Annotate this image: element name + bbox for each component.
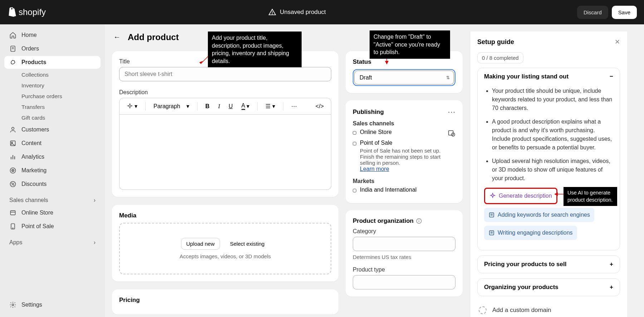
media-title: Media — [119, 212, 331, 219]
svg-point-21 — [13, 228, 13, 229]
italic-button[interactable]: I — [215, 102, 223, 111]
svg-point-1 — [272, 14, 273, 14]
pos-help: Point of Sale has not been set up. Finis… — [360, 148, 455, 166]
nav-analytics[interactable]: Analytics — [4, 150, 101, 163]
market-india-intl: India and International — [360, 187, 416, 193]
step-circle-icon — [479, 306, 487, 314]
back-arrow[interactable]: ← — [112, 32, 122, 43]
nav-customers[interactable]: Customers — [4, 123, 101, 136]
channel-point-of-sale: Point of Sale — [360, 140, 455, 146]
close-icon[interactable]: ✕ — [615, 38, 620, 46]
nav-home[interactable]: Home — [4, 29, 101, 42]
status-select[interactable]: Draft — [354, 71, 454, 85]
nav-transfers[interactable]: Transfers — [4, 102, 101, 112]
nav-online-store[interactable]: Online Store — [4, 206, 101, 219]
code-view-button[interactable]: </> — [313, 102, 327, 111]
product-type-input[interactable] — [353, 275, 455, 289]
svg-marker-33 — [554, 192, 558, 196]
status-title: Status — [353, 58, 455, 66]
svg-marker-26 — [385, 61, 389, 64]
media-card: Media Upload new Select existing Accepts… — [112, 205, 338, 282]
publishing-card: Publishing ⋯ Sales channels Online Store… — [346, 100, 463, 203]
product-organization-card: Product organization Category Determines… — [346, 210, 463, 297]
svg-point-17 — [14, 185, 14, 186]
tip-media: Upload several high resolution images, v… — [492, 157, 613, 183]
channel-online-store: Online Store — [360, 129, 444, 135]
info-icon[interactable] — [416, 218, 422, 224]
nav-marketing[interactable]: Marketing — [4, 164, 101, 177]
editor-toolbar: ▾ Paragraph ▾ B I U A ▾ ☰ ▾ — [119, 98, 331, 115]
category-help: Determines US tax rates — [353, 254, 455, 260]
nav-settings[interactable]: Settings — [4, 298, 101, 311]
nav-sales-channels-header[interactable]: Sales channels› — [4, 194, 101, 206]
category-input[interactable] — [353, 237, 455, 251]
chevron-right-icon: › — [94, 239, 96, 246]
tip-title: Your product title should be unique, inc… — [492, 87, 613, 112]
schedule-icon[interactable] — [448, 129, 455, 137]
paragraph-dropdown[interactable]: Paragraph ▾ — [151, 101, 192, 111]
ai-magic-button[interactable]: ▾ — [124, 101, 140, 111]
unsaved-label: Unsaved product — [280, 9, 326, 16]
nav-purchase-orders[interactable]: Purchase orders — [4, 91, 101, 102]
accordion-pricing-header[interactable]: Pricing your products to sell+ — [478, 256, 620, 273]
svg-point-16 — [12, 183, 13, 184]
nav-point-of-sale[interactable]: Point of Sale — [4, 220, 101, 233]
nav-inventory[interactable]: Inventory — [4, 80, 101, 91]
plus-icon: + — [610, 284, 613, 291]
align-button[interactable]: ☰ ▾ — [263, 101, 278, 111]
generate-description-chip[interactable]: Generate description — [484, 188, 557, 204]
svg-point-31 — [419, 220, 419, 220]
nav-orders[interactable]: Orders — [4, 42, 101, 55]
setup-custom-domain[interactable]: Add a custom domain — [477, 301, 620, 317]
accordion-listing-header[interactable]: Making your listing stand out− — [478, 68, 620, 85]
markets-label: Markets — [353, 178, 455, 184]
nav-gift-cards[interactable]: Gift cards — [4, 112, 101, 123]
svg-point-7 — [11, 142, 13, 143]
sales-channels-label: Sales channels — [353, 120, 455, 127]
annotation-ai-description: Use AI to generate product description. — [564, 187, 617, 206]
svg-point-13 — [13, 170, 13, 171]
title-input[interactable] — [119, 67, 331, 81]
svg-point-22 — [12, 304, 14, 306]
title-description-card: Title Description ▾ Paragraph ▾ B I U — [112, 51, 338, 197]
description-label: Description — [119, 89, 331, 96]
more-formatting-button[interactable]: ⋯ — [288, 101, 300, 111]
pricing-card: Pricing — [112, 289, 338, 314]
product-type-label: Product type — [353, 266, 455, 273]
nav-content[interactable]: Content — [4, 137, 101, 150]
bold-button[interactable]: B — [203, 102, 213, 111]
chevron-right-icon: › — [94, 197, 96, 203]
accordion-listing: Making your listing stand out− Your prod… — [477, 68, 620, 250]
nav-apps-header[interactable]: Apps› — [4, 236, 101, 249]
publishing-more-button[interactable]: ⋯ — [448, 107, 455, 117]
setup-progress: 0 / 8 completed — [477, 52, 523, 63]
svg-rect-18 — [10, 211, 15, 215]
discard-button[interactable]: Discard — [577, 6, 608, 19]
save-button[interactable]: Save — [612, 6, 637, 19]
annotation-product-details: Add your product title, description, pro… — [208, 32, 302, 67]
nav-discounts[interactable]: Discounts — [4, 178, 101, 191]
setup-guide-panel: Setup guide ✕ 0 / 8 completed Making you… — [470, 32, 627, 317]
writing-chip[interactable]: Writing engaging descriptions — [484, 226, 577, 240]
underline-button[interactable]: U — [226, 102, 236, 111]
plus-icon: + — [610, 261, 613, 268]
sidebar: Home Orders Products Collections Invento… — [0, 24, 105, 317]
warning-icon — [268, 8, 276, 16]
text-color-button[interactable]: A ▾ — [239, 101, 253, 111]
category-label: Category — [353, 228, 455, 235]
org-title: Product organization — [353, 217, 414, 225]
nav-products[interactable]: Products — [4, 56, 101, 69]
pricing-title: Pricing — [119, 297, 331, 304]
description-editor[interactable] — [119, 115, 331, 190]
select-existing-button[interactable]: Select existing — [225, 238, 270, 250]
page-title: Add product — [128, 32, 179, 42]
svg-point-5 — [12, 127, 14, 130]
media-dropzone[interactable]: Upload new Select existing Accepts image… — [119, 223, 331, 274]
accordion-organizing-header[interactable]: Organizing your products+ — [478, 279, 620, 296]
keywords-chip[interactable]: Adding keywords for search engines — [484, 208, 594, 222]
nav-collections[interactable]: Collections — [4, 69, 101, 80]
publishing-title: Publishing — [353, 109, 384, 116]
tip-description: A good product description explains what… — [492, 117, 613, 152]
learn-more-link[interactable]: Learn more — [360, 166, 389, 172]
upload-new-button[interactable]: Upload new — [181, 238, 220, 250]
